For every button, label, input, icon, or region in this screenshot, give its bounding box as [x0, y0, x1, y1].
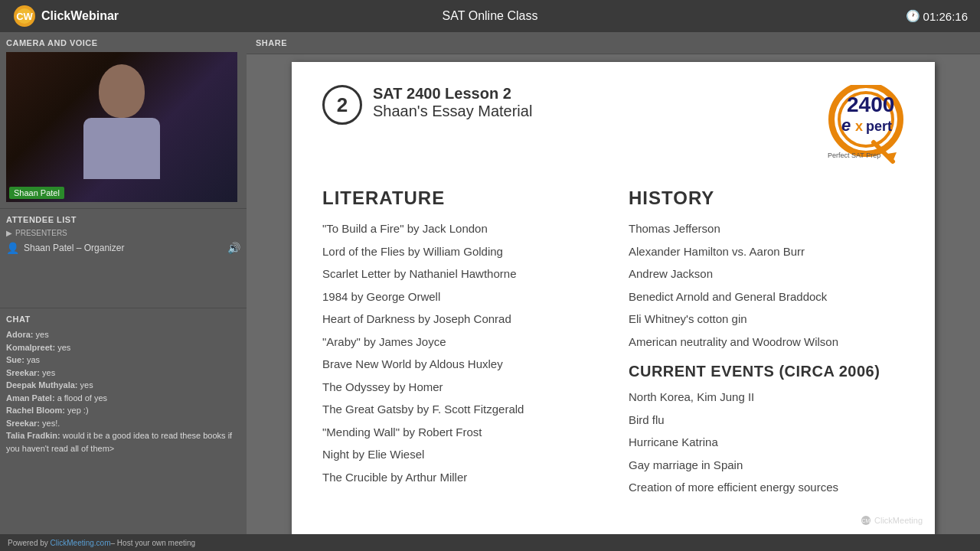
person-head [99, 64, 145, 118]
chat-name: Deepak Muthyala: [6, 380, 78, 390]
list-item: "To Build a Fire" by Jack London [322, 221, 598, 236]
share-header: SHARE [247, 32, 980, 54]
chat-message: Deepak Muthyala: yes [6, 379, 240, 392]
watermark: CM ClickMeeting [861, 515, 923, 526]
chat-header: CHAT [6, 315, 240, 324]
attendee-header: ATTENDEE LIST [6, 215, 240, 224]
clock-icon: 🕐 [906, 9, 920, 23]
top-bar: CW ClickWebinar SAT Online Class 🕐 01:26… [0, 0, 980, 32]
current-events-list: North Korea, Kim Jung IIBird fluHurrican… [629, 390, 904, 495]
chat-text: yep :) [65, 406, 89, 415]
list-item: The Crucible by Arthur Miller [322, 470, 598, 485]
chat-message: Komalpreet: yes [6, 341, 240, 354]
chat-message: Aman Patel: a flood of yes [6, 392, 240, 405]
camera-section: CAMERA AND VOICE Shaan Patel [0, 32, 247, 208]
presenter-name: Shaan Patel – Organizer [24, 243, 223, 253]
clickwebinar-icon: CW [12, 4, 37, 28]
video-placeholder [6, 52, 237, 202]
svg-text:2400: 2400 [847, 93, 894, 116]
list-item: Benedict Arnold and General Braddock [629, 289, 904, 305]
history-column: HISTORY Thomas JeffersonAlexander Hamilt… [629, 187, 904, 503]
list-item: Brave New World by Aldous Huxley [322, 357, 598, 372]
lit-items-list: "To Build a Fire" by Jack LondonLord of … [322, 221, 598, 484]
list-item: 1984 by George Orwell [322, 289, 598, 305]
list-item: Andrew Jackson [629, 266, 904, 282]
chat-message: Sue: yas [6, 354, 240, 367]
list-item: Bird flu [629, 412, 904, 428]
list-item: Scarlet Letter by Nathaniel Hawthorne [322, 266, 598, 282]
chat-name: Sue: [6, 355, 24, 364]
slide: 2 SAT 2400 Lesson 2 Shaan's Essay Materi… [292, 62, 935, 536]
person-silhouette [83, 64, 160, 179]
attendee-empty-space [6, 256, 240, 302]
chat-messages[interactable]: Adora: yesKomalpreet: yesSue: yasSreekar… [6, 328, 240, 545]
slide-header: 2 SAT 2400 Lesson 2 Shaan's Essay Materi… [322, 85, 904, 169]
logo-area: CW ClickWebinar [12, 4, 119, 28]
chat-text: yes [55, 343, 70, 352]
chat-message: Rachel Bloom: yep :) [6, 404, 240, 417]
class-title: SAT Online Class [443, 9, 538, 23]
lesson-subtitle: Shaan's Essay Material [373, 103, 532, 120]
list-item: North Korea, Kim Jung II [629, 390, 904, 405]
chat-text: yes [78, 380, 93, 390]
list-item: Heart of Darkness by Joseph Conrad [322, 311, 598, 327]
triangle-icon: ▶ [6, 229, 12, 237]
chat-name: Rachel Bloom: [6, 406, 65, 415]
list-item: "Mending Wall" by Robert Frost [322, 425, 598, 440]
svg-text:CW: CW [16, 11, 33, 22]
name-badge: Shaan Patel [9, 187, 64, 199]
chat-text: yas [24, 355, 40, 364]
chat-message: Sreekar: yes!. [6, 417, 240, 430]
expert-logo: 2400 e x pert Perfect SAT Prep [782, 85, 904, 169]
hist-header: HISTORY [629, 187, 904, 209]
attendee-section: ATTENDEE LIST ▶ PRESENTERS 👤 Shaan Patel… [0, 208, 247, 308]
chat-section: CHAT Adora: yesKomalpreet: yesSue: yasSr… [0, 308, 247, 551]
chat-name: Talia Fradkin: [6, 431, 60, 440]
chat-message: Adora: yes [6, 328, 240, 341]
chat-name: Sreekar: [6, 419, 40, 428]
presenters-text: PRESENTERS [15, 229, 67, 237]
list-item: "Araby" by James Joyce [322, 334, 598, 350]
list-item: The Odyssey by Homer [322, 380, 598, 395]
main-area: CAMERA AND VOICE Shaan Patel ATTENDEE LI… [0, 32, 980, 551]
timer: 🕐 01:26:16 [906, 9, 968, 23]
powered-by-text: Powered by [8, 539, 48, 547]
svg-text:CM: CM [862, 518, 871, 523]
literature-column: LITERATURE "To Build a Fire" by Jack Lon… [322, 187, 598, 503]
bottom-suffix: – Host your own meeting [111, 539, 196, 547]
chat-name: Adora: [6, 330, 33, 339]
audio-icon: 🔊 [227, 242, 240, 254]
person-icon: 👤 [6, 242, 19, 254]
lesson-number: 2 [322, 85, 362, 125]
left-panel: CAMERA AND VOICE Shaan Patel ATTENDEE LI… [0, 32, 247, 551]
chat-text: yes [40, 368, 55, 377]
svg-text:Perfect SAT Prep: Perfect SAT Prep [828, 152, 880, 159]
lit-header: LITERATURE [322, 187, 598, 209]
svg-text:x: x [855, 119, 863, 134]
chat-name: Sreekar: [6, 368, 40, 377]
list-item: Alexander Hamilton vs. Aaron Burr [629, 244, 904, 259]
list-item: Gay marriage in Spain [629, 458, 904, 473]
current-events-header: CURRENT EVENTS (CIRCA 2006) [629, 363, 904, 380]
svg-text:pert: pert [866, 119, 892, 134]
chat-text: a flood of yes [55, 393, 108, 403]
camera-header: CAMERA AND VOICE [6, 38, 240, 47]
slide-columns: LITERATURE "To Build a Fire" by Jack Lon… [322, 187, 904, 503]
svg-text:e: e [841, 116, 851, 135]
list-item: The Great Gatsby by F. Scott Fitzgerald [322, 402, 598, 417]
timer-value: 01:26:16 [923, 10, 968, 23]
share-panel: SHARE 2 SAT 2400 Lesson 2 Shaan's Essay … [247, 32, 980, 551]
list-item: Thomas Jefferson [629, 221, 904, 236]
chat-text: yes [33, 330, 48, 339]
logo-text: ClickWebinar [41, 9, 119, 23]
list-item: American neutrality and Woodrow Wilson [629, 334, 904, 350]
presenter-row: 👤 Shaan Patel – Organizer 🔊 [6, 240, 240, 256]
clickmeeting-link[interactable]: ClickMeeting.com [51, 539, 111, 547]
lesson-info: SAT 2400 Lesson 2 Shaan's Essay Material [373, 85, 532, 120]
bottom-bar: Powered by ClickMeeting.com – Host your … [0, 534, 980, 551]
chat-message: Talia Fradkin: would it be a good idea t… [6, 429, 240, 455]
video-container: Shaan Patel [6, 52, 237, 202]
slide-area: 2 SAT 2400 Lesson 2 Shaan's Essay Materi… [247, 54, 980, 551]
list-item: Night by Elie Wiesel [322, 447, 598, 462]
chat-name: Aman Patel: [6, 393, 55, 403]
